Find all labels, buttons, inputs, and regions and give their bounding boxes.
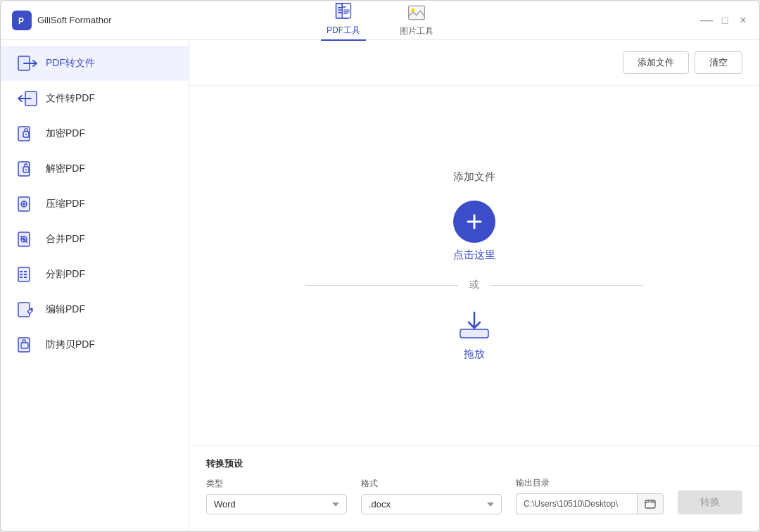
title-bar-tabs: PDF工具 图片工具: [321, 0, 439, 41]
svg-rect-14: [18, 127, 30, 141]
svg-point-16: [25, 134, 27, 135]
sidebar-item-compress-pdf[interactable]: 压缩PDF: [1, 186, 189, 222]
drag-icon: [457, 308, 491, 342]
decrypt-pdf-icon: [18, 161, 37, 177]
svg-text:P: P: [18, 16, 24, 26]
logo-icon: P: [12, 11, 32, 30]
divider-or-text: 或: [469, 279, 479, 291]
add-circle-button[interactable]: [453, 201, 495, 243]
format-label: 格式: [361, 478, 502, 490]
sidebar-item-split-pdf-label: 分割PDF: [46, 268, 85, 281]
svg-rect-7: [343, 10, 350, 11]
split-pdf-icon: [18, 267, 37, 282]
sidebar-item-merge-pdf-label: 合并PDF: [46, 233, 85, 246]
click-here-text: 点击这里: [453, 248, 495, 262]
tab-pdf-tools-label: PDF工具: [327, 25, 360, 37]
sidebar-item-encrypt-pdf[interactable]: 加密PDF: [1, 116, 189, 151]
divider-right: [490, 285, 643, 286]
tab-image-tools[interactable]: 图片工具: [394, 0, 439, 40]
sidebar-item-split-pdf[interactable]: 分割PDF: [1, 257, 189, 292]
sidebar-item-file-to-pdf[interactable]: 文件转PDF: [1, 81, 189, 116]
format-field: 格式 .docx .doc: [361, 478, 502, 514]
sidebar-item-decrypt-pdf-label: 解密PDF: [46, 163, 85, 175]
sidebar-item-edit-pdf-label: 编辑PDF: [46, 303, 85, 316]
sidebar-item-file-to-pdf-label: 文件转PDF: [46, 92, 95, 105]
svg-rect-30: [24, 274, 27, 275]
content-toolbar: 添加文件 清空: [189, 40, 759, 86]
type-label: 类型: [206, 478, 347, 490]
content-area: 添加文件 清空 添加文件 点击这里 或: [189, 40, 759, 531]
browse-button[interactable]: [637, 493, 664, 514]
app-title: GiliSoft Formathor: [37, 15, 111, 25]
svg-rect-31: [24, 277, 27, 278]
minimize-button[interactable]: —: [702, 15, 711, 25]
sidebar-item-copy-protect-pdf-label: 防拷贝PDF: [46, 338, 95, 351]
svg-rect-5: [338, 12, 342, 13]
sidebar-item-copy-protect-pdf[interactable]: 防拷贝PDF: [1, 327, 189, 362]
type-field: 类型 Word Excel PPT Text Image: [206, 478, 347, 514]
svg-rect-28: [20, 277, 23, 278]
sidebar-item-merge-pdf[interactable]: 合并PDF: [1, 222, 189, 257]
sidebar-item-encrypt-pdf-label: 加密PDF: [46, 127, 85, 140]
svg-rect-27: [20, 274, 23, 275]
svg-rect-29: [24, 271, 27, 272]
drag-drop-area[interactable]: 拖放: [457, 308, 491, 361]
title-bar: P GiliSoft Formathor: [1, 1, 759, 40]
edit-pdf-icon: [18, 302, 37, 317]
window-controls: — □ ×: [702, 15, 748, 25]
sidebar: PDF转文件 文件转PDF: [1, 40, 189, 531]
svg-rect-6: [342, 4, 350, 18]
encrypt-pdf-icon: [18, 126, 37, 141]
svg-point-19: [25, 169, 27, 170]
output-field: 输出目录: [516, 477, 664, 514]
main-layout: PDF转文件 文件转PDF: [1, 40, 759, 531]
add-file-area[interactable]: 点击这里: [453, 201, 495, 262]
svg-rect-17: [18, 162, 30, 176]
copy-protect-pdf-icon: [18, 337, 37, 353]
drag-text: 拖放: [464, 348, 485, 361]
maximize-button[interactable]: □: [720, 15, 730, 25]
svg-rect-37: [460, 329, 488, 338]
sidebar-item-decrypt-pdf[interactable]: 解密PDF: [1, 151, 189, 186]
add-file-label: 添加文件: [453, 170, 495, 184]
svg-rect-9: [343, 13, 348, 14]
svg-rect-26: [20, 271, 23, 272]
settings-title: 转换预设: [206, 457, 742, 470]
sidebar-item-pdf-to-file-label: PDF转文件: [46, 57, 95, 70]
close-button[interactable]: ×: [738, 15, 748, 25]
app-window: P GiliSoft Formathor: [0, 0, 760, 532]
svg-rect-32: [18, 303, 30, 317]
tab-pdf-tools[interactable]: PDF工具: [321, 0, 366, 41]
settings-fields-row: 类型 Word Excel PPT Text Image 格式 .docx: [206, 477, 742, 514]
output-path-input[interactable]: [516, 493, 637, 514]
format-select[interactable]: .docx .doc: [361, 494, 502, 514]
type-select[interactable]: Word Excel PPT Text Image: [206, 494, 347, 514]
pdf-to-file-icon: [18, 56, 37, 71]
compress-pdf-icon: [18, 196, 37, 212]
drop-zone: 添加文件 点击这里 或: [189, 86, 759, 445]
output-label: 输出目录: [516, 477, 664, 489]
sidebar-item-compress-pdf-label: 压缩PDF: [46, 198, 85, 210]
output-path-container: [516, 493, 664, 514]
tab-image-tools-label: 图片工具: [400, 25, 433, 37]
divider-row: 或: [305, 279, 643, 291]
sidebar-item-pdf-to-file[interactable]: PDF转文件: [1, 46, 189, 81]
bottom-settings: 转换预设 类型 Word Excel PPT Text Image 格: [189, 445, 759, 531]
add-file-button[interactable]: 添加文件: [623, 51, 689, 74]
convert-button[interactable]: 转换: [678, 490, 742, 514]
clear-button[interactable]: 清空: [695, 51, 742, 74]
svg-rect-8: [343, 11, 350, 12]
divider-left: [305, 285, 458, 286]
merge-pdf-icon: [18, 232, 37, 247]
sidebar-item-edit-pdf[interactable]: 编辑PDF: [1, 292, 189, 327]
app-logo: P GiliSoft Formathor: [12, 11, 111, 30]
file-to-pdf-icon: [18, 91, 37, 106]
